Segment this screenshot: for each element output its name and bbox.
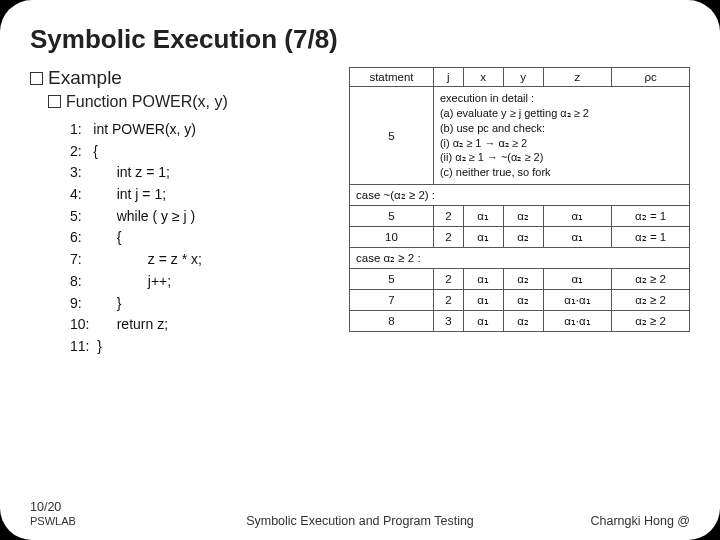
cell: 7 [350,290,434,311]
cell: α₁ [463,227,503,248]
footer: 10/20 PSWLAB Symbolic Execution and Prog… [30,500,690,528]
case1-label: case ~(α₂ ≥ 2) : [350,185,690,206]
cell: α₂ [503,290,543,311]
cell: α₁ [463,206,503,227]
cell-detail: execution in detail : (a) evaluate y ≥ j… [433,87,689,185]
table-header-row: statment j x y z ρc [350,68,690,87]
table-row: case ~(α₂ ≥ 2) : [350,185,690,206]
cell: α₁ [463,311,503,332]
bullet-example-text: Example [48,67,122,88]
table-row: 10 2 α₁ α₂ α₁ α₂ = 1 [350,227,690,248]
checkbox-icon [48,95,61,108]
bullet-function-text: Function POWER(x, y) [66,93,228,110]
table-row: 5 2 α₁ α₂ α₁ α₂ = 1 [350,206,690,227]
cell-stmt: 5 [350,87,434,185]
cell: 2 [433,290,463,311]
th-z: z [543,68,612,87]
cell: 2 [433,206,463,227]
cell: α₁·α₁ [543,290,612,311]
cell: α₁·α₁ [543,311,612,332]
cell: α₁ [543,269,612,290]
slide-body: Example Function POWER(x, y) 1: int POWE… [30,67,690,358]
cell: α₂ ≥ 2 [612,290,690,311]
table-row: 5 execution in detail : (a) evaluate y ≥… [350,87,690,185]
bullet-example: Example [30,67,335,89]
cell: α₂ ≥ 2 [612,269,690,290]
footer-center: Symbolic Execution and Program Testing [30,514,690,528]
cell: 3 [433,311,463,332]
case2-label: case α₂ ≥ 2 : [350,248,690,269]
table-row: 5 2 α₁ α₂ α₁ α₂ ≥ 2 [350,269,690,290]
page-number: 10/20 [30,500,61,514]
bullet-function: Function POWER(x, y) [48,93,335,111]
cell: α₂ = 1 [612,227,690,248]
slide-title: Symbolic Execution (7/8) [30,24,690,55]
cell: α₂ [503,227,543,248]
left-column: Example Function POWER(x, y) 1: int POWE… [30,67,335,358]
right-column: statment j x y z ρc 5 execution in detai… [349,67,690,358]
cell: 5 [350,269,434,290]
code-block: 1: int POWER(x, y) 2: { 3: int z = 1; 4:… [70,119,335,358]
table-row: 8 3 α₁ α₂ α₁·α₁ α₂ ≥ 2 [350,311,690,332]
cell: α₂ ≥ 2 [612,311,690,332]
th-y: y [503,68,543,87]
table-row: 7 2 α₁ α₂ α₁·α₁ α₂ ≥ 2 [350,290,690,311]
cell: α₂ = 1 [612,206,690,227]
cell: α₁ [463,290,503,311]
th-j: j [433,68,463,87]
cell: α₁ [543,206,612,227]
cell: α₁ [463,269,503,290]
checkbox-icon [30,72,43,85]
cell: α₁ [543,227,612,248]
trace-table: statment j x y z ρc 5 execution in detai… [349,67,690,332]
cell: α₂ [503,269,543,290]
cell: 8 [350,311,434,332]
cell: 2 [433,227,463,248]
th-stmt: statment [350,68,434,87]
cell: α₂ [503,311,543,332]
slide: Symbolic Execution (7/8) Example Functio… [0,0,720,540]
cell: 10 [350,227,434,248]
table-row: case α₂ ≥ 2 : [350,248,690,269]
cell: α₂ [503,206,543,227]
th-pc: ρc [612,68,690,87]
cell: 5 [350,206,434,227]
th-x: x [463,68,503,87]
cell: 2 [433,269,463,290]
